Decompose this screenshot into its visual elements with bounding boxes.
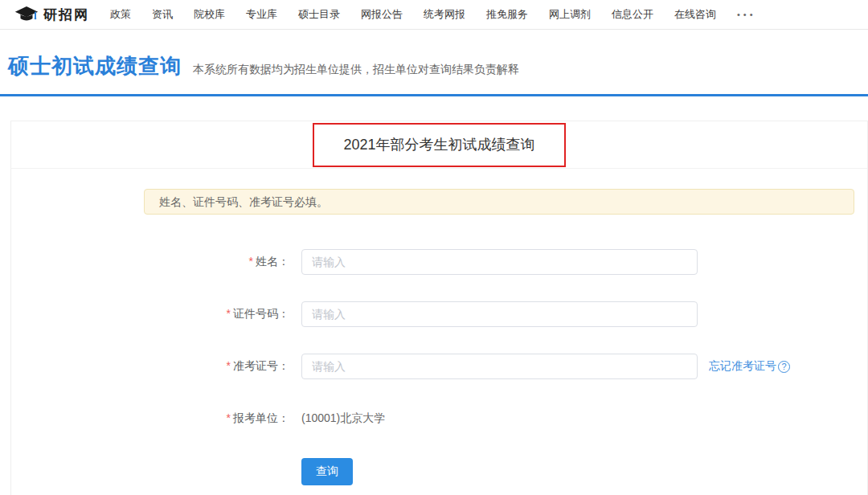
nav-item-college-library[interactable]: 院校库 [194,7,225,22]
form-row-ticket-number: *准考证号： 忘记准考证号? [11,354,867,379]
score-query-form: *姓名： *证件号码： *准考证号： 忘记准考证号? *报考单位： (10001… [11,249,867,485]
logo-text: 研招网 [43,6,89,24]
nav-item-online-adjustment[interactable]: 网上调剂 [549,7,591,22]
top-navigation-bar: 研招网 政策 资讯 院校库 专业库 硕士目录 网报公告 统考网报 推免服务 网上… [0,0,868,30]
query-panel: 2021年部分考生初试成绩查询 姓名、证件号码、准考证号必填。 *姓名： *证件… [10,121,868,495]
id-number-control [301,301,698,327]
page-header: 硕士初试成绩查询 本系统所有数据均为招生单位提供，招生单位对查询结果负责解释 [0,30,868,80]
red-annotation-box: 2021年部分考生初试成绩查询 [313,123,565,167]
more-menu-ellipsis-icon[interactable]: ••• [737,10,756,19]
id-number-label: *证件号码： [11,307,289,321]
nav-item-policy[interactable]: 政策 [110,7,131,22]
nav-item-info-disclosure[interactable]: 信息公开 [612,7,653,22]
required-fields-notice: 姓名、证件号码、准考证号必填。 [144,189,854,215]
name-control [301,249,698,275]
nav-item-master-catalog[interactable]: 硕士目录 [298,7,340,22]
apply-unit-value: (10001)北京大学 [301,411,385,426]
nav-item-online-report-notice[interactable]: 网报公告 [361,7,403,22]
nav-item-online-consult[interactable]: 在线咨询 [674,7,716,22]
apply-unit-label: *报考单位： [11,411,289,426]
nav-item-unified-exam[interactable]: 统考网报 [424,7,465,22]
form-row-id-number: *证件号码： [11,301,867,327]
required-asterisk: * [227,359,231,372]
name-label: *姓名： [11,255,289,269]
nav-item-news[interactable]: 资讯 [152,7,173,22]
nav-item-major-library[interactable]: 专业库 [246,7,277,22]
page-title: 硕士初试成绩查询 [8,52,182,80]
nav-menu: 政策 资讯 院校库 专业库 硕士目录 网报公告 统考网报 推免服务 网上调剂 信… [110,7,756,22]
query-button[interactable]: 查询 [301,458,353,485]
form-row-name: *姓名： [11,249,867,275]
question-circle-icon: ? [778,361,790,373]
page-subtitle: 本系统所有数据均为招生单位提供，招生单位对查询结果负责解释 [193,63,519,80]
graduation-cap-icon [14,6,43,23]
blue-divider [0,94,868,96]
button-row: 查询 [11,458,867,485]
id-number-input[interactable] [301,301,698,327]
required-asterisk: * [249,255,253,268]
nav-item-exemption-service[interactable]: 推免服务 [486,7,528,22]
panel-title: 2021年部分考生初试成绩查询 [343,135,534,154]
panel-header: 2021年部分考生初试成绩查询 [11,121,867,169]
ticket-number-label: *准考证号： [11,359,289,374]
required-asterisk: * [227,307,231,320]
ticket-number-input[interactable] [301,354,698,379]
name-input[interactable] [301,249,698,275]
ticket-number-control [301,354,698,379]
site-logo[interactable]: 研招网 [14,6,89,24]
required-asterisk: * [227,411,231,424]
forgot-ticket-link[interactable]: 忘记准考证号? [709,359,790,374]
form-row-apply-unit: *报考单位： (10001)北京大学 [11,406,867,432]
